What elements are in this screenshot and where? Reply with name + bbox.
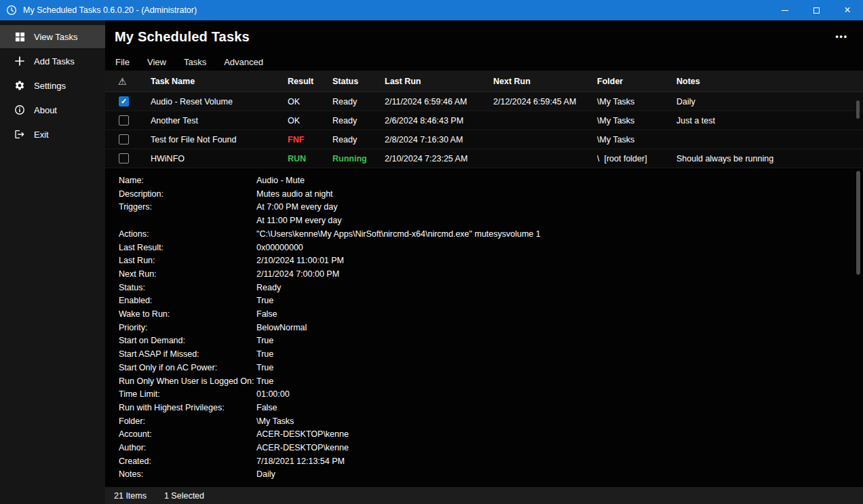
cell-last-run: 2/6/2024 8:46:43 PM xyxy=(385,116,493,125)
detail-field-row: Next Run: 2/11/2024 7:00:00 PM xyxy=(119,268,843,282)
clock-app-icon xyxy=(6,5,17,16)
column-status[interactable]: Status xyxy=(332,77,385,86)
menu-item-advanced[interactable]: Advanced xyxy=(215,55,272,69)
detail-field-row: Priority: BelowNormal xyxy=(119,322,843,335)
detail-label: Triggers: xyxy=(119,201,256,227)
details-panel: Name: Audio - Mute Description: Mutes au… xyxy=(105,168,863,487)
menu-item-tasks[interactable]: Tasks xyxy=(175,55,215,69)
window-title: My Scheduled Tasks 0.6.0.20 - (Administr… xyxy=(23,5,197,15)
column-task-name[interactable]: Task Name xyxy=(151,77,288,86)
column-next-run[interactable]: Next Run xyxy=(493,77,597,86)
detail-label: Description: xyxy=(119,188,256,201)
details-scrollbar[interactable] xyxy=(856,171,860,275)
cell-last-run: 2/11/2024 6:59:46 AM xyxy=(385,97,493,106)
detail-value: \My Tasks xyxy=(256,415,294,429)
detail-field-row: Description: Mutes audio at night xyxy=(119,188,843,201)
table-row[interactable]: Another Test OK Ready 2/6/2024 8:46:43 P… xyxy=(105,111,863,130)
sidebar-item-settings[interactable]: Settings xyxy=(0,74,105,97)
detail-value: Audio - Mute xyxy=(256,174,305,188)
detail-field-row: Notes: Daily xyxy=(119,468,843,482)
detail-label: Time Limit: xyxy=(119,388,256,402)
detail-label: Notes: xyxy=(119,468,256,482)
detail-field-row: Actions: "C:\Users\kenne\My Apps\NirSoft… xyxy=(119,228,843,241)
detail-value: False xyxy=(256,402,277,415)
column-result[interactable]: Result xyxy=(288,77,332,86)
row-checkbox[interactable] xyxy=(119,96,129,106)
close-button[interactable]: × xyxy=(832,0,863,20)
detail-field-row: Name: Audio - Mute xyxy=(119,174,843,188)
cell-status: Running xyxy=(332,154,385,163)
detail-field-row: Created: 7/18/2021 12:13:54 PM xyxy=(119,455,843,469)
main-content: My Scheduled Tasks ••• File View Tasks A… xyxy=(105,20,863,504)
detail-value: 2/10/2024 11:00:01 PM xyxy=(256,254,344,268)
detail-label: Folder: xyxy=(119,415,256,429)
sidebar-item-label: Exit xyxy=(34,130,49,140)
row-checkbox[interactable] xyxy=(119,153,129,163)
detail-field-row: Wake to Run: False xyxy=(119,308,843,322)
detail-field-row: Triggers: At 7:00 PM every day At 11:00 … xyxy=(119,201,843,227)
selected-count: 1 Selected xyxy=(164,491,204,501)
cell-result: RUN xyxy=(288,154,332,163)
detail-field-row: Status: Ready xyxy=(119,282,843,295)
detail-field-row: Enabled: True xyxy=(119,294,843,308)
cell-folder: \ [root folder] xyxy=(597,154,676,163)
detail-value: Mutes audio at night xyxy=(256,188,333,201)
exit-icon xyxy=(14,129,25,140)
cell-last-run: 2/10/2024 7:23:25 AM xyxy=(385,154,493,163)
more-options-button[interactable]: ••• xyxy=(835,32,848,41)
cell-result: OK xyxy=(288,97,332,106)
detail-field-row: Start Only if on AC Power: True xyxy=(119,362,843,375)
cell-status: Ready xyxy=(332,116,385,125)
column-last-run[interactable]: Last Run xyxy=(385,77,493,86)
maximize-button[interactable] xyxy=(801,0,832,20)
detail-label: Start on Demand: xyxy=(119,334,256,348)
detail-field-row: Run Only When User is Logged On: True xyxy=(119,375,843,389)
sidebar-item-exit[interactable]: Exit xyxy=(0,123,105,146)
grid-icon xyxy=(14,31,25,42)
warning-icon: ⚠ xyxy=(115,76,151,87)
cell-folder: \My Tasks xyxy=(597,97,676,106)
sidebar-item-about[interactable]: About xyxy=(0,98,105,121)
table-row[interactable]: Test for File Not Found FNF Ready 2/8/20… xyxy=(105,130,863,149)
cell-result: OK xyxy=(288,116,332,125)
cell-folder: \My Tasks xyxy=(597,135,676,144)
detail-label: Run Only When User is Logged On: xyxy=(119,375,256,389)
menu-item-view[interactable]: View xyxy=(138,55,175,69)
column-folder[interactable]: Folder xyxy=(597,77,676,86)
more-options-icon: ••• xyxy=(835,32,848,41)
app-body: View Tasks Add Tasks Settings xyxy=(0,20,863,504)
detail-value: 2/11/2024 7:00:00 PM xyxy=(256,268,339,282)
detail-value: True xyxy=(256,294,273,308)
detail-field-row: Time Limit: 01:00:00 xyxy=(119,388,843,402)
window-controls: × xyxy=(769,0,863,20)
info-icon xyxy=(14,104,25,115)
maximize-icon xyxy=(813,7,820,14)
detail-label: Next Run: xyxy=(119,268,256,282)
detail-label: Name: xyxy=(119,174,256,188)
minimize-button[interactable] xyxy=(769,0,801,20)
sidebar-item-add-tasks[interactable]: Add Tasks xyxy=(0,50,105,73)
menu-item-file[interactable]: File xyxy=(107,55,138,69)
detail-field-row: Start on Demand: True xyxy=(119,334,843,348)
plus-icon xyxy=(14,56,25,66)
page-title: My Scheduled Tasks xyxy=(115,29,250,45)
row-checkbox[interactable] xyxy=(119,134,129,144)
detail-label: Last Run: xyxy=(119,254,256,268)
detail-field-row: Account: ACER-DESKTOP\kenne xyxy=(119,428,843,442)
row-checkbox[interactable] xyxy=(119,115,129,125)
cell-status: Ready xyxy=(332,97,385,106)
table-row[interactable]: HWiNFO RUN Running 2/10/2024 7:23:25 AM … xyxy=(105,149,863,168)
items-count: 21 Items xyxy=(114,491,147,501)
table-scrollbar[interactable] xyxy=(856,100,860,119)
close-icon: × xyxy=(844,5,850,16)
cell-task-name: Test for File Not Found xyxy=(151,135,288,144)
table-row[interactable]: Audio - Reset Volume OK Ready 2/11/2024 … xyxy=(105,92,863,111)
detail-value: True xyxy=(256,334,273,348)
titlebar[interactable]: My Scheduled Tasks 0.6.0.20 - (Administr… xyxy=(0,0,863,20)
column-notes[interactable]: Notes xyxy=(676,77,863,86)
detail-label: Start Only if on AC Power: xyxy=(119,362,256,375)
detail-label: Wake to Run: xyxy=(119,308,256,322)
sidebar-item-view-tasks[interactable]: View Tasks xyxy=(0,25,105,48)
sidebar-item-label: Add Tasks xyxy=(34,56,75,66)
detail-value: ACER-DESKTOP\kenne xyxy=(256,428,349,442)
